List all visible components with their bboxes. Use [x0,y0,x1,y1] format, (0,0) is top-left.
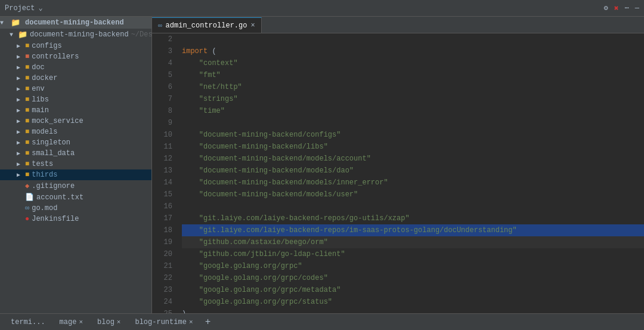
sidebar-item-models[interactable]: ▶■models [0,127,151,137]
bottom-tab-blog-runtime[interactable]: blog-runtime× [129,317,199,328]
file-icon: ● [25,215,29,223]
item-label: small_data [32,149,75,158]
line-numbers: 2345678910111213141516171819202122232425 [152,33,177,313]
file-icon: ◆ [25,181,29,190]
bottom-tab-label: mage [60,318,77,326]
sidebar-item-account.txt[interactable]: 📄account.txt [0,192,151,203]
code-line: "net/http" [182,81,644,93]
line-number: 25 [157,308,172,313]
sidebar-item-main[interactable]: ▶■main [0,105,151,116]
line-number: 14 [157,177,172,189]
file-icon: 📄 [25,193,34,202]
code-line [182,201,644,212]
item-label: .gitignore [32,182,75,190]
folder-icon: ■ [25,149,29,158]
item-label: singleton [32,138,70,147]
project-sub-root[interactable]: ▼ 📁 document-mining-backend ~/Desk [0,29,151,41]
bottom-tab-close-icon[interactable]: × [79,319,83,326]
code-line: "google.golang.org/grpc/metadata" [182,284,644,296]
line-number: 21 [157,260,172,272]
bottom-tab-blog[interactable]: blog× [91,317,126,328]
title-bar: Project ⌄ ⚙ ✖ ⋯ — [0,0,644,17]
line-number: 11 [157,141,172,153]
folder-icon: ■ [25,128,29,136]
line-number: 2 [157,33,172,45]
code-line: ) [182,308,644,313]
root-label: document-mining-backend [25,18,124,27]
sidebar-item-doc[interactable]: ▶■doc [0,62,151,73]
error-icon: ✖ [614,4,619,13]
sidebar-item-tests[interactable]: ▶■tests [0,159,151,169]
bottom-tab-close-icon[interactable]: × [117,319,121,326]
folder-icon: ■ [25,117,29,125]
folder-icon: ■ [25,160,29,168]
item-label: mock_service [32,117,83,125]
tab-file-icon: ∞ [158,22,162,29]
code-line: "github.com/jtblin/go-ldap-client" [182,248,644,260]
item-arrow: ▶ [17,139,25,146]
bottom-tab-mage[interactable]: mage× [54,317,89,328]
editor-tab[interactable]: ∞ admin_controller.go × [152,17,262,33]
add-tab-button[interactable]: + [201,316,214,329]
item-label: account.txt [36,193,83,202]
tab-close-icon[interactable]: × [250,21,255,30]
sidebar-item-libs[interactable]: ▶■libs [0,94,151,105]
sidebar-item-small_data[interactable]: ▶■small_data [0,148,151,159]
item-arrow: ▶ [17,42,25,50]
item-arrow: ▶ [17,96,25,103]
code-line: "google.golang.org/grpc" [182,260,644,272]
settings-icon[interactable]: ⚙ [604,4,608,13]
menu-icon[interactable]: ⋯ [625,4,629,13]
line-number: 10 [157,129,172,141]
folder-icon: ■ [25,53,29,61]
line-number: 3 [157,45,172,57]
line-number: 7 [157,93,172,105]
line-number: 15 [157,189,172,201]
item-arrow: ▶ [17,107,25,114]
sub-root-arrow: ▼ [10,32,18,38]
sidebar-item-go.mod[interactable]: ∞go.mod [0,203,151,214]
line-number: 8 [157,105,172,117]
project-root[interactable]: ▼ 📁 document-mining-backend [0,17,151,29]
folder-icon: ■ [25,95,29,104]
item-label: go.mod [32,204,57,212]
sidebar-item-docker[interactable]: ▶■docker [0,73,151,84]
code-line: "document-mining-backend/models/account" [182,153,644,165]
code-line: "fmt" [182,69,644,81]
line-number: 20 [157,248,172,260]
bottom-tab-label: blog [97,318,114,326]
item-arrow: ▶ [17,171,25,178]
code-line: "document-mining-backend/models/inner_er… [182,177,644,189]
code-line: "document-mining-backend/models/user" [182,189,644,201]
sidebar-item-controllers[interactable]: ▶■controllers [0,51,151,62]
sidebar: ▼ 📁 document-mining-backend ▼ 📁 document… [0,17,152,313]
chevron-icon: ⌄ [38,4,42,13]
sidebar-item-.gitignore[interactable]: ◆.gitignore [0,180,151,192]
code-line: "context" [182,57,644,69]
sidebar-item-singleton[interactable]: ▶■singleton [0,137,151,148]
folder-icon: ■ [25,171,29,179]
code-area[interactable]: 2345678910111213141516171819202122232425… [152,33,644,313]
tab-bar: ∞ admin_controller.go × [152,17,644,33]
folder-icon: ■ [25,85,29,93]
item-arrow: ▶ [17,85,25,92]
sidebar-item-Jenkinsfile[interactable]: ●Jenkinsfile [0,214,151,224]
folder-icon: ■ [25,138,29,147]
line-number: 24 [157,296,172,308]
code-line: "time" [182,105,644,117]
line-number: 12 [157,153,172,165]
sidebar-item-configs[interactable]: ▶■configs [0,41,151,51]
code-line: "strings" [182,93,644,105]
sidebar-item-thirds[interactable]: ▶■thirds [0,169,151,180]
close-icon[interactable]: — [635,4,639,13]
sub-root-label: document-mining-backend [30,30,129,39]
folder-icon: ■ [25,106,29,115]
bottom-tab-termi[interactable]: termi... [5,317,51,328]
bottom-tab-close-icon[interactable]: × [189,319,193,326]
sidebar-item-mock_service[interactable]: ▶■mock_service [0,116,151,127]
sidebar-items: ▶■configs▶■controllers▶■doc▶■docker▶■env… [0,41,151,224]
sidebar-item-env[interactable]: ▶■env [0,84,151,94]
line-number: 9 [157,117,172,129]
line-number: 23 [157,284,172,296]
item-label: env [32,85,45,93]
